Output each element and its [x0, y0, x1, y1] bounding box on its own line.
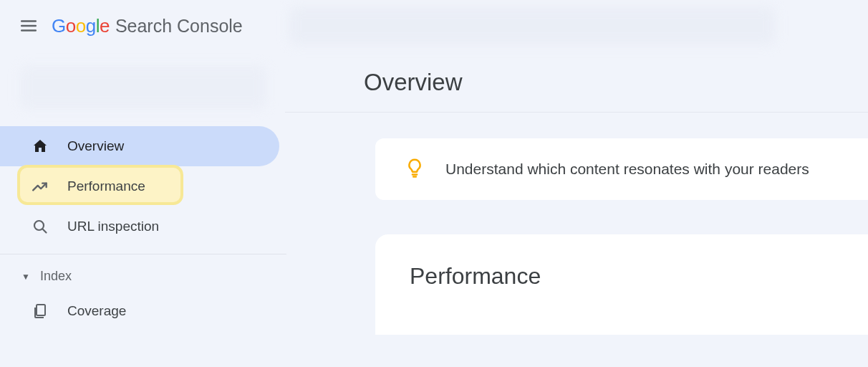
sidebar-item-performance[interactable]: Performance [0, 166, 286, 206]
home-icon [30, 136, 50, 156]
property-selector-blurred[interactable] [20, 66, 266, 109]
search-icon [30, 216, 50, 237]
app-header: Google Search Console [0, 0, 868, 52]
section-label: Index [40, 269, 72, 284]
product-name: Search Console [115, 16, 243, 37]
lightbulb-icon [404, 157, 425, 181]
section-header-index[interactable]: ▼ Index [0, 254, 286, 285]
pages-icon [30, 301, 50, 321]
insight-card[interactable]: Understand which content resonates with … [375, 138, 868, 200]
divider [285, 112, 868, 113]
performance-card: Performance [375, 234, 868, 335]
sidebar-item-label: Performance [67, 178, 145, 194]
main-layout: Overview Performance UR [0, 52, 868, 367]
performance-card-title: Performance [410, 263, 868, 290]
sidebar-item-label: Overview [67, 138, 124, 154]
search-input-blurred[interactable] [289, 6, 776, 45]
sidebar-item-label: URL inspection [67, 219, 159, 234]
page-title: Overview [364, 69, 868, 96]
sidebar-item-label: Coverage [67, 303, 126, 319]
app-logo[interactable]: Google Search Console [52, 15, 243, 37]
sidebar-item-overview[interactable]: Overview [0, 126, 279, 166]
svg-point-0 [34, 221, 44, 230]
insight-text: Understand which content resonates with … [445, 161, 809, 178]
sidebar-item-coverage[interactable]: Coverage [0, 291, 279, 331]
caret-down-icon: ▼ [21, 272, 30, 282]
hamburger-menu-icon[interactable] [11, 9, 46, 43]
trending-up-icon [30, 176, 50, 196]
sidebar-item-url-inspection[interactable]: URL inspection [0, 206, 279, 247]
svg-rect-1 [37, 305, 45, 315]
main-content: Overview Understand which content resona… [286, 52, 868, 367]
google-logo-text: Google [52, 15, 110, 37]
sidebar: Overview Performance UR [0, 52, 286, 367]
